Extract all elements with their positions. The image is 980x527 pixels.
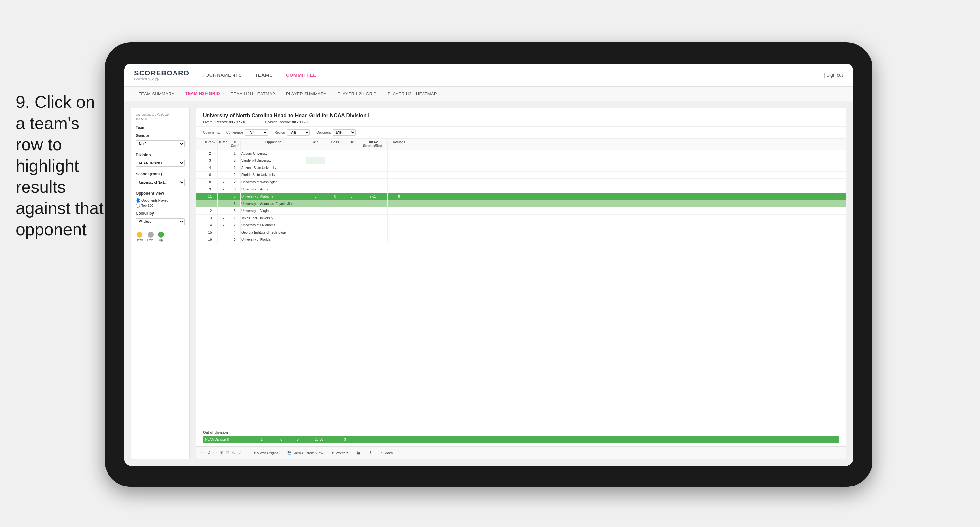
cell-rank: 12 [203,207,218,214]
nav-tournaments[interactable]: TOURNAMENTS [202,70,242,80]
cell-loss [326,150,345,157]
col-reg: # Reg [218,139,229,150]
cell-reg: - [218,236,229,243]
division-select[interactable]: NCAA Division I [135,160,185,167]
cell-win [306,207,326,214]
cell-opponent: Vanderbilt University [240,157,306,164]
table-row-highlighted[interactable]: 11 - 5 University of Alabama 3 0 0 2.61 … [196,193,846,200]
cell-diff [358,150,388,157]
col-loss: Loss [326,139,345,150]
table-row[interactable]: 8 - 2 University of Washington [196,179,846,186]
cell-win [306,215,326,221]
conference-select[interactable]: (All) [245,129,268,135]
tab-team-h2h-heatmap[interactable]: TEAM H2H HEATMAP [226,89,280,99]
cell-diff [358,172,388,178]
instruction-text: 9. Click on a team's row to highlight re… [16,91,107,240]
cell-reg: - [218,200,229,207]
cell-rank: 14 [203,222,218,229]
cell-diff [358,186,388,193]
tab-team-h2h-grid[interactable]: TEAM H2H GRID [181,89,224,99]
cell-rounds [388,236,410,243]
cell-tie [345,236,358,243]
forward-icon[interactable]: ↪ [213,450,217,455]
refresh-icon[interactable]: ⊕ [232,450,235,455]
clock-icon[interactable]: ⊙ [238,450,242,455]
cell-opponent: Florida State University [240,172,306,178]
cell-rank: 4 [203,164,218,171]
nav-teams[interactable]: TEAMS [255,70,272,80]
nav-committee[interactable]: COMMITTEE [286,70,317,80]
download-button[interactable]: ⬇ [366,450,374,456]
table-row[interactable]: 3 - 2 Vanderbilt University [196,157,846,164]
gender-select[interactable]: Men's [135,140,185,147]
gender-label: Gender [135,133,185,138]
cell-opponent: University of Arkansas, Fayetteville [240,200,306,207]
cell-diff [358,236,388,243]
table-row[interactable]: 6 - 2 Florida State University [196,172,846,179]
colour-by-select[interactable]: Win/loss [135,218,185,225]
cell-conf: 2 [229,179,240,186]
school-label: School (Rank) [135,172,185,177]
panel-title: University of North Carolina Head-to-Hea… [203,113,840,119]
table-row[interactable]: 12 - 3 University of Virginia [196,207,846,215]
cell-rank: 16 [203,236,218,243]
view-icon: 👁 [253,451,256,455]
sign-out-link[interactable]: | Sign out [824,73,843,78]
radio-top-100[interactable]: Top 100 [135,204,185,208]
col-tie: Tie [345,139,358,150]
instruction-body: Click on a team's row to highlight resul… [16,92,103,239]
share-button[interactable]: ↗ Share [377,450,395,456]
view-original-button[interactable]: 👁 View: Original [250,450,282,456]
table-row[interactable]: 9 - 3 University of Arizona [196,186,846,193]
cell-conf: 1 [229,215,240,221]
tab-team-summary[interactable]: TEAM SUMMARY [134,89,179,99]
legend-down-dot [137,232,143,237]
save-custom-button[interactable]: 💾 Save Custom View [285,450,326,456]
table-row[interactable]: 15 - 4 Georgia Institute of Technology [196,229,846,236]
cell-win [306,229,326,236]
tab-player-h2h-heatmap[interactable]: PLAYER H2H HEATMAP [383,89,441,99]
out-cell-loss: 0 [272,436,291,443]
paste-icon[interactable]: ⊡ [226,450,229,455]
cell-loss: 0 [326,193,345,200]
cell-tie [345,157,358,164]
col-diff: Diff Av Strokes/Rnd [358,139,388,150]
out-of-division-row[interactable]: NCAA Division II 1 0 0 26.00 3 [203,436,840,443]
tab-player-h2h-grid[interactable]: PLAYER H2H GRID [332,89,381,99]
cell-diff [358,164,388,171]
table-row[interactable]: 2 - 1 Auburn University [196,150,846,157]
screenshot-button[interactable]: 📷 [353,450,363,456]
tab-player-summary[interactable]: PLAYER SUMMARY [282,89,331,99]
table-row-selected[interactable]: 11 - 6 University of Arkansas, Fayettevi… [196,200,846,207]
radio-opponents-played[interactable]: Opponents Played [135,198,185,202]
main-content: Last Updated: 27/03/2024 16:55:38 Team G… [124,101,853,466]
opponent-view-label: Opponent View [135,191,185,196]
panel-records: Overall Record: 89 - 17 - 0 Division Rec… [203,120,840,124]
redo-icon[interactable]: ↺ [207,450,211,455]
cell-rounds [388,186,410,193]
cell-diff: 2.61 [358,193,388,200]
table-body: 2 - 1 Auburn University 3 - 2 [196,150,846,427]
region-select[interactable]: (All) [287,129,310,135]
school-select[interactable]: University of Nort... [135,179,185,186]
cell-win [306,179,326,186]
cell-loss [326,200,345,207]
cell-tie [345,215,358,221]
opponent-select[interactable]: (All) [332,129,356,135]
cell-conf: 3 [229,207,240,214]
opponent-filter: Opponent (All) [316,129,356,135]
table-row[interactable]: 4 - 1 Arizona State University [196,164,846,172]
cell-opponent: University of Washington [240,179,306,186]
cell-opponent: University of Virginia [240,207,306,214]
cell-loss [326,179,345,186]
copy-icon[interactable]: ⊞ [220,450,223,455]
out-of-division-section: Out of division NCAA Division II 1 0 0 2… [196,427,846,446]
cell-rounds [388,172,410,178]
watch-button[interactable]: 👁 Watch ▾ [328,450,351,456]
cell-reg: - [218,150,229,157]
table-row[interactable]: 13 - 1 Texas Tech University [196,215,846,222]
undo-icon[interactable]: ↩ [201,450,205,455]
table-row[interactable]: 14 - 2 University of Oklahoma [196,222,846,229]
table-row[interactable]: 16 - 3 University of Florida [196,236,846,244]
col-opponent: Opponent [240,139,306,150]
